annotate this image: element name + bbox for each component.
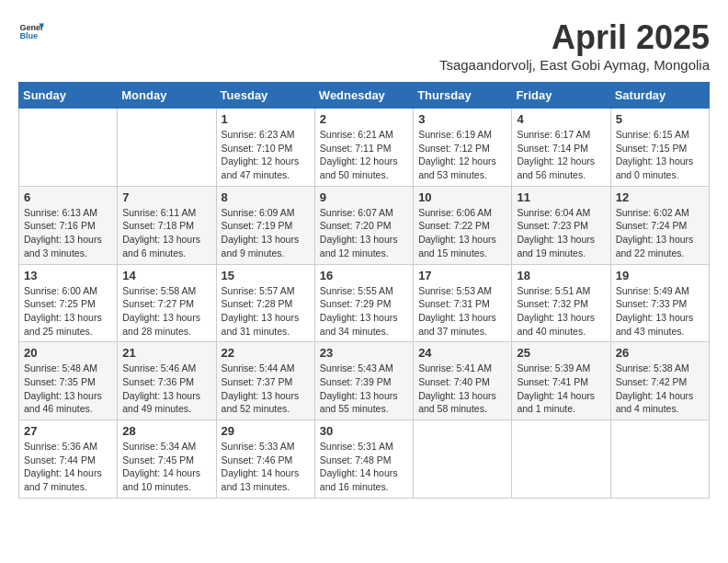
weekday-header-row: SundayMondayTuesdayWednesdayThursdayFrid… (19, 83, 710, 109)
day-info: Sunrise: 6:00 AM Sunset: 7:25 PM Dayligh… (24, 284, 112, 339)
logo-icon: General Blue (18, 18, 44, 44)
day-info: Sunrise: 5:33 AM Sunset: 7:46 PM Dayligh… (222, 440, 310, 494)
calendar-cell: 5Sunrise: 6:15 AM Sunset: 7:15 PM Daylig… (610, 109, 709, 187)
day-number: 7 (122, 190, 210, 204)
day-number: 2 (320, 112, 408, 126)
day-number: 6 (24, 190, 112, 204)
calendar-cell: 8Sunrise: 6:09 AM Sunset: 7:19 PM Daylig… (216, 186, 314, 264)
day-info: Sunrise: 5:48 AM Sunset: 7:35 PM Dayligh… (24, 362, 112, 416)
calendar-cell: 29Sunrise: 5:33 AM Sunset: 7:46 PM Dayli… (216, 420, 314, 499)
calendar-cell: 26Sunrise: 5:38 AM Sunset: 7:42 PM Dayli… (610, 342, 709, 420)
day-info: Sunrise: 6:15 AM Sunset: 7:15 PM Dayligh… (616, 128, 704, 182)
calendar-cell (610, 420, 709, 499)
day-info: Sunrise: 5:31 AM Sunset: 7:48 PM Dayligh… (320, 440, 408, 494)
day-info: Sunrise: 6:13 AM Sunset: 7:16 PM Dayligh… (24, 206, 112, 260)
calendar-cell (414, 420, 512, 499)
weekday-header-monday: Monday (118, 83, 216, 109)
day-number: 26 (616, 346, 704, 360)
day-number: 3 (418, 112, 506, 126)
day-info: Sunrise: 5:44 AM Sunset: 7:37 PM Dayligh… (222, 362, 310, 416)
day-info: Sunrise: 6:09 AM Sunset: 7:19 PM Dayligh… (222, 206, 310, 260)
day-number: 23 (320, 346, 408, 360)
day-number: 27 (24, 424, 112, 438)
day-number: 25 (517, 346, 605, 360)
calendar-week-3: 13Sunrise: 6:00 AM Sunset: 7:25 PM Dayli… (19, 264, 710, 342)
day-info: Sunrise: 6:06 AM Sunset: 7:22 PM Dayligh… (418, 206, 506, 260)
day-number: 29 (222, 424, 310, 438)
calendar-cell: 20Sunrise: 5:48 AM Sunset: 7:35 PM Dayli… (19, 342, 118, 420)
day-info: Sunrise: 5:57 AM Sunset: 7:28 PM Dayligh… (222, 284, 310, 339)
calendar-cell (512, 420, 610, 499)
calendar-week-5: 27Sunrise: 5:36 AM Sunset: 7:44 PM Dayli… (19, 420, 710, 499)
day-info: Sunrise: 5:51 AM Sunset: 7:32 PM Dayligh… (517, 284, 605, 339)
day-info: Sunrise: 5:46 AM Sunset: 7:36 PM Dayligh… (122, 362, 210, 416)
day-number: 12 (616, 190, 704, 204)
day-info: Sunrise: 6:07 AM Sunset: 7:20 PM Dayligh… (320, 206, 408, 260)
day-number: 22 (222, 346, 310, 360)
month-title: April 2025 (439, 18, 710, 57)
calendar-cell: 14Sunrise: 5:58 AM Sunset: 7:27 PM Dayli… (118, 264, 216, 342)
calendar-table: SundayMondayTuesdayWednesdayThursdayFrid… (18, 82, 710, 499)
day-info: Sunrise: 6:11 AM Sunset: 7:18 PM Dayligh… (122, 206, 210, 260)
calendar-cell: 19Sunrise: 5:49 AM Sunset: 7:33 PM Dayli… (610, 264, 709, 342)
page-header: General Blue April 2025 Tsagaandorvolj, … (18, 18, 710, 73)
calendar-cell: 24Sunrise: 5:41 AM Sunset: 7:40 PM Dayli… (414, 342, 512, 420)
day-info: Sunrise: 5:34 AM Sunset: 7:45 PM Dayligh… (122, 440, 210, 494)
calendar-cell: 15Sunrise: 5:57 AM Sunset: 7:28 PM Dayli… (216, 264, 314, 342)
calendar-cell: 30Sunrise: 5:31 AM Sunset: 7:48 PM Dayli… (314, 420, 413, 499)
weekday-header-thursday: Thursday (414, 83, 512, 109)
calendar-cell: 12Sunrise: 6:02 AM Sunset: 7:24 PM Dayli… (610, 186, 709, 264)
calendar-cell: 13Sunrise: 6:00 AM Sunset: 7:25 PM Dayli… (19, 264, 118, 342)
calendar-cell: 6Sunrise: 6:13 AM Sunset: 7:16 PM Daylig… (19, 186, 118, 264)
calendar-cell: 11Sunrise: 6:04 AM Sunset: 7:23 PM Dayli… (512, 186, 610, 264)
calendar-cell: 27Sunrise: 5:36 AM Sunset: 7:44 PM Dayli… (19, 420, 118, 499)
calendar-cell: 7Sunrise: 6:11 AM Sunset: 7:18 PM Daylig… (118, 186, 216, 264)
day-number: 16 (320, 269, 408, 282)
day-info: Sunrise: 5:41 AM Sunset: 7:40 PM Dayligh… (418, 362, 506, 416)
day-info: Sunrise: 6:21 AM Sunset: 7:11 PM Dayligh… (320, 128, 408, 182)
location-subtitle: Tsagaandorvolj, East Gobi Aymag, Mongoli… (439, 57, 710, 73)
day-number: 1 (222, 112, 310, 126)
day-info: Sunrise: 5:39 AM Sunset: 7:41 PM Dayligh… (517, 362, 605, 416)
day-number: 13 (24, 269, 112, 282)
calendar-week-4: 20Sunrise: 5:48 AM Sunset: 7:35 PM Dayli… (19, 342, 710, 420)
day-info: Sunrise: 6:04 AM Sunset: 7:23 PM Dayligh… (517, 206, 605, 260)
calendar-cell: 2Sunrise: 6:21 AM Sunset: 7:11 PM Daylig… (314, 109, 413, 187)
title-area: April 2025 Tsagaandorvolj, East Gobi Aym… (439, 18, 710, 73)
calendar-cell: 9Sunrise: 6:07 AM Sunset: 7:20 PM Daylig… (314, 186, 413, 264)
calendar-cell: 17Sunrise: 5:53 AM Sunset: 7:31 PM Dayli… (414, 264, 512, 342)
day-info: Sunrise: 5:58 AM Sunset: 7:27 PM Dayligh… (122, 284, 210, 339)
calendar-cell: 22Sunrise: 5:44 AM Sunset: 7:37 PM Dayli… (216, 342, 314, 420)
weekday-header-wednesday: Wednesday (314, 83, 413, 109)
calendar-cell: 3Sunrise: 6:19 AM Sunset: 7:12 PM Daylig… (414, 109, 512, 187)
weekday-header-saturday: Saturday (610, 83, 709, 109)
weekday-header-sunday: Sunday (19, 83, 118, 109)
calendar-week-1: 1Sunrise: 6:23 AM Sunset: 7:10 PM Daylig… (19, 109, 710, 187)
day-number: 19 (616, 269, 704, 282)
day-info: Sunrise: 6:17 AM Sunset: 7:14 PM Dayligh… (517, 128, 605, 182)
calendar-cell: 16Sunrise: 5:55 AM Sunset: 7:29 PM Dayli… (314, 264, 413, 342)
day-info: Sunrise: 6:23 AM Sunset: 7:10 PM Dayligh… (222, 128, 310, 182)
calendar-cell: 21Sunrise: 5:46 AM Sunset: 7:36 PM Dayli… (118, 342, 216, 420)
calendar-cell (118, 109, 216, 187)
calendar-cell (19, 109, 118, 187)
day-info: Sunrise: 5:38 AM Sunset: 7:42 PM Dayligh… (616, 362, 704, 416)
weekday-header-friday: Friday (512, 83, 610, 109)
day-number: 9 (320, 190, 408, 204)
day-info: Sunrise: 5:55 AM Sunset: 7:29 PM Dayligh… (320, 284, 408, 339)
calendar-cell: 4Sunrise: 6:17 AM Sunset: 7:14 PM Daylig… (512, 109, 610, 187)
day-number: 15 (222, 269, 310, 282)
calendar-week-2: 6Sunrise: 6:13 AM Sunset: 7:16 PM Daylig… (19, 186, 710, 264)
day-number: 4 (517, 112, 605, 126)
calendar-cell: 28Sunrise: 5:34 AM Sunset: 7:45 PM Dayli… (118, 420, 216, 499)
day-number: 5 (616, 112, 704, 126)
day-number: 10 (418, 190, 506, 204)
calendar-cell: 18Sunrise: 5:51 AM Sunset: 7:32 PM Dayli… (512, 264, 610, 342)
day-number: 24 (418, 346, 506, 360)
day-number: 8 (222, 190, 310, 204)
day-number: 14 (122, 269, 210, 282)
day-info: Sunrise: 5:49 AM Sunset: 7:33 PM Dayligh… (616, 284, 704, 339)
calendar-cell: 25Sunrise: 5:39 AM Sunset: 7:41 PM Dayli… (512, 342, 610, 420)
logo: General Blue (18, 18, 44, 44)
day-number: 20 (24, 346, 112, 360)
